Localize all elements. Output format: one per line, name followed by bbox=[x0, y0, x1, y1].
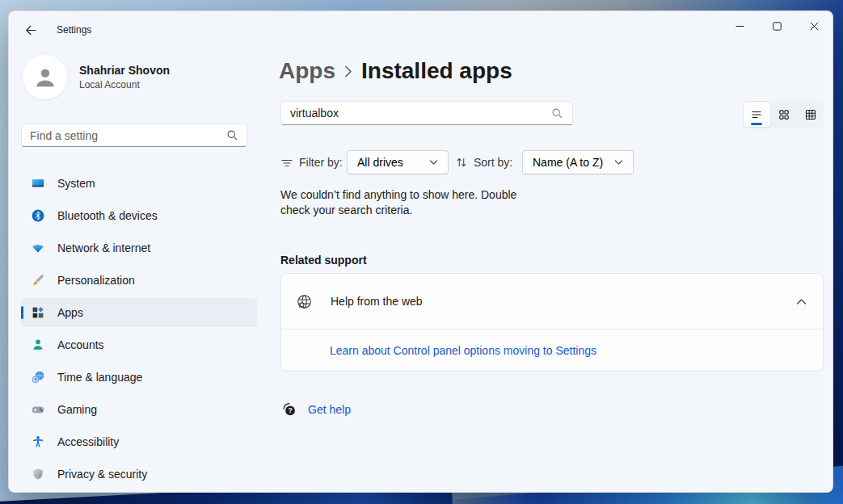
gaming-icon bbox=[32, 403, 44, 416]
sidebar-nav: System Bluetooth & devices Network & int… bbox=[21, 169, 257, 492]
related-support-link-row: Learn about Control panel options moving… bbox=[281, 330, 823, 371]
grid-view-icon bbox=[778, 108, 790, 121]
svg-text:?: ? bbox=[288, 406, 292, 414]
sidebar-item-label: Accessibility bbox=[57, 435, 119, 448]
control-panel-options-link[interactable]: Learn about Control panel options moving… bbox=[330, 344, 596, 357]
back-button[interactable] bbox=[19, 19, 43, 41]
find-a-setting-box bbox=[21, 124, 247, 147]
get-help-link[interactable]: Get help bbox=[308, 403, 351, 416]
sidebar-item-accounts[interactable]: Accounts bbox=[21, 330, 257, 359]
app-search-input[interactable] bbox=[290, 107, 551, 120]
privacy-icon bbox=[32, 468, 44, 481]
sort-order-value: Name (A to Z) bbox=[533, 156, 603, 169]
settings-window: Settings Shahriar Shovon Local Account bbox=[8, 10, 833, 493]
user-subtitle: Local Account bbox=[79, 79, 170, 90]
system-icon bbox=[32, 177, 44, 190]
view-list-button[interactable] bbox=[743, 101, 771, 128]
sidebar-item-bluetooth-devices[interactable]: Bluetooth & devices bbox=[21, 201, 257, 230]
sort-order-dropdown[interactable]: Name (A to Z) bbox=[522, 150, 634, 174]
sidebar-item-label: System bbox=[57, 177, 95, 190]
sidebar-item-personalization[interactable]: Personalization bbox=[21, 266, 257, 295]
sidebar-item-system[interactable]: System bbox=[21, 169, 257, 198]
app-search-box bbox=[280, 101, 573, 125]
filter-icon bbox=[280, 157, 293, 170]
filter-drives-value: All drives bbox=[357, 156, 403, 169]
sidebar-item-label: Privacy & security bbox=[57, 468, 147, 481]
get-help-icon: ? bbox=[281, 401, 297, 418]
sidebar-item-label: Network & internet bbox=[57, 242, 150, 254]
sidebar-item-label: Accounts bbox=[57, 338, 104, 351]
sidebar-item-privacy-security[interactable]: Privacy & security bbox=[21, 460, 257, 489]
sidebar-item-apps[interactable]: Apps bbox=[21, 298, 257, 327]
get-help-row: ? Get help bbox=[281, 401, 351, 418]
globe-search-icon bbox=[296, 293, 313, 310]
related-support-card: Help from the web Learn about Control pa… bbox=[280, 273, 824, 372]
sort-by-label: Sort by: bbox=[474, 156, 512, 169]
sidebar-item-network-internet[interactable]: Network & internet bbox=[21, 233, 257, 262]
accounts-icon bbox=[32, 338, 44, 351]
bluetooth-icon bbox=[32, 209, 44, 222]
accessibility-icon bbox=[32, 435, 44, 448]
sidebar-item-time-language[interactable]: Time & language bbox=[21, 363, 257, 392]
personalization-icon bbox=[32, 274, 44, 287]
main-content: Apps Installed apps Filter by: All bbox=[280, 11, 824, 492]
sidebar-item-label: Apps bbox=[57, 306, 83, 319]
empty-state-message: We couldn’t find anything to show here. … bbox=[280, 187, 541, 218]
table-view-icon bbox=[804, 108, 817, 121]
help-from-web-expander[interactable]: Help from the web bbox=[281, 274, 823, 330]
breadcrumb: Apps Installed apps bbox=[279, 58, 512, 84]
sidebar-item-label: Personalization bbox=[57, 274, 135, 287]
chevron-up-icon bbox=[796, 298, 807, 305]
view-grid-button[interactable] bbox=[771, 101, 798, 128]
list-view-icon bbox=[750, 108, 763, 121]
user-account[interactable]: Shahriar Shovon Local Account bbox=[23, 55, 170, 99]
view-table-button[interactable] bbox=[797, 101, 824, 128]
search-icon bbox=[226, 129, 238, 141]
filter-sort-row: Filter by: All drives Sort by: Name (A t… bbox=[280, 150, 824, 175]
find-setting-input[interactable] bbox=[30, 129, 226, 142]
sidebar-item-accessibility[interactable]: Accessibility bbox=[21, 427, 257, 456]
filter-by-label: Filter by: bbox=[299, 156, 343, 169]
sidebar-item-label: Time & language bbox=[57, 371, 142, 384]
breadcrumb-chevron-icon bbox=[344, 65, 352, 78]
avatar bbox=[23, 55, 67, 99]
network-icon bbox=[32, 242, 44, 254]
apps-icon bbox=[32, 306, 44, 319]
search-icon bbox=[551, 107, 563, 120]
window-title: Settings bbox=[57, 24, 91, 36]
sidebar-item-gaming[interactable]: Gaming bbox=[21, 395, 257, 424]
filter-drives-dropdown[interactable]: All drives bbox=[347, 150, 449, 174]
sort-icon bbox=[455, 156, 468, 169]
chevron-down-icon bbox=[614, 159, 623, 166]
selected-view-indicator bbox=[751, 123, 762, 125]
person-icon bbox=[32, 65, 58, 90]
related-support-heading: Related support bbox=[280, 254, 367, 267]
page-title: Installed apps bbox=[361, 58, 512, 84]
help-from-web-label: Help from the web bbox=[331, 295, 423, 308]
sidebar-item-label: Gaming bbox=[57, 403, 97, 416]
user-name: Shahriar Shovon bbox=[79, 64, 170, 77]
chevron-down-icon bbox=[429, 159, 438, 166]
sidebar: Shahriar Shovon Local Account System Blu… bbox=[9, 48, 272, 492]
time-language-icon bbox=[32, 371, 44, 384]
sidebar-item-label: Bluetooth & devices bbox=[57, 209, 158, 222]
breadcrumb-apps[interactable]: Apps bbox=[279, 58, 335, 84]
view-toggle-group bbox=[743, 101, 824, 128]
back-arrow-icon bbox=[25, 24, 37, 36]
